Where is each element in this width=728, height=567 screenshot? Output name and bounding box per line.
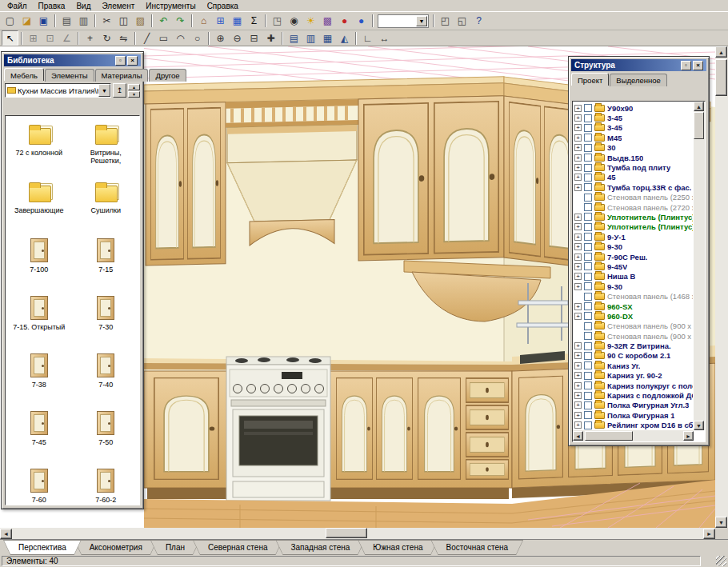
checkbox[interactable] bbox=[584, 421, 592, 429]
paint-red-button[interactable]: ● bbox=[336, 14, 353, 29]
zoom-window-button[interactable]: ⊟ bbox=[246, 30, 262, 46]
view-tab-1[interactable]: Перспектива bbox=[3, 540, 82, 555]
expand-icon[interactable]: + bbox=[574, 124, 582, 131]
help-button[interactable]: ? bbox=[470, 14, 487, 29]
chevron-down-icon[interactable]: ▼ bbox=[416, 16, 427, 26]
menu-item-4[interactable]: Элемент bbox=[96, 2, 140, 10]
close-icon[interactable]: × bbox=[693, 61, 703, 70]
line-tool-button[interactable]: ╱ bbox=[138, 30, 155, 46]
tree-horizontal-scrollbar[interactable]: ◄ ► bbox=[573, 430, 694, 441]
view-tab-5[interactable]: Западная стена bbox=[275, 540, 365, 555]
tree-item[interactable]: +9-32R Z Витрина. bbox=[574, 341, 693, 350]
checkbox[interactable] bbox=[584, 183, 592, 191]
rect-tool-button[interactable]: ▭ bbox=[155, 30, 172, 46]
minimize-icon[interactable]: ▫ bbox=[115, 56, 126, 66]
scroll-left-icon[interactable]: ◄ bbox=[0, 529, 12, 539]
tree-item[interactable]: +Полка Фигурная 1 bbox=[574, 410, 693, 420]
library-tab-1[interactable]: Мебель bbox=[4, 68, 44, 81]
expand-icon[interactable]: + bbox=[574, 342, 582, 349]
drawer[interactable] bbox=[466, 433, 509, 457]
structure-tab-1[interactable]: Проект bbox=[571, 73, 609, 86]
mirror-tool-button[interactable]: ⇋ bbox=[115, 30, 132, 46]
tree-item[interactable]: +9-45V bbox=[574, 262, 693, 271]
checkbox[interactable] bbox=[584, 104, 592, 112]
tree-item[interactable]: Стеновая панель (900 х 600 bbox=[574, 321, 693, 331]
scroll-right-icon[interactable]: ► bbox=[703, 529, 715, 539]
horizontal-scrollbar[interactable]: ◄ ► bbox=[0, 528, 715, 539]
library-item[interactable]: 7-15. Открытый bbox=[6, 292, 73, 349]
expand-icon[interactable]: + bbox=[574, 184, 582, 191]
view-tab-6[interactable]: Южная стена bbox=[358, 540, 438, 555]
library-item[interactable]: 7-100 bbox=[6, 234, 73, 292]
circle-tool-button[interactable]: ○ bbox=[189, 30, 206, 46]
scroll-down-icon[interactable]: ▼ bbox=[694, 421, 704, 430]
tree-item[interactable]: +М45 bbox=[574, 133, 693, 142]
vertical-scrollbar[interactable]: ▲ ▼ bbox=[715, 46, 728, 528]
checkbox[interactable] bbox=[584, 361, 592, 369]
checkbox[interactable] bbox=[584, 223, 592, 231]
library-item[interactable]: Завершающие bbox=[6, 177, 73, 234]
library-path-combo[interactable]: Кухни Массив Италия\Н ▼ bbox=[5, 83, 111, 98]
chevron-down-icon[interactable]: ▼ bbox=[98, 84, 110, 97]
view-mode-up-button[interactable]: ▲ bbox=[128, 84, 140, 90]
checkbox[interactable] bbox=[584, 253, 592, 261]
stove-drawer[interactable] bbox=[233, 481, 324, 497]
expand-icon[interactable]: + bbox=[574, 223, 582, 230]
expand-icon[interactable]: + bbox=[574, 105, 582, 112]
tree-item[interactable]: +Карниз уг. 90-2 bbox=[574, 371, 693, 381]
checkbox[interactable] bbox=[584, 114, 592, 122]
library-item[interactable]: 7-60-2 bbox=[73, 465, 140, 505]
minimize-icon[interactable]: ▫ bbox=[681, 61, 691, 70]
expand-icon[interactable]: + bbox=[574, 214, 582, 221]
print-button[interactable]: ▤ bbox=[58, 14, 75, 29]
expand-icon[interactable]: + bbox=[574, 134, 582, 142]
tree-item[interactable]: Стеновая панель (900 х 187 х bbox=[574, 331, 693, 341]
horizontal-scroll-track[interactable] bbox=[12, 528, 703, 539]
checkbox[interactable] bbox=[584, 411, 592, 419]
window-new-button[interactable]: ◰ bbox=[437, 14, 454, 29]
checkbox[interactable] bbox=[584, 213, 592, 221]
expand-icon[interactable]: + bbox=[574, 313, 582, 320]
library-item[interactable]: 7-60 bbox=[6, 465, 73, 505]
tree-item[interactable]: +90 С коробом 2.1 bbox=[574, 351, 693, 361]
menu-item-1[interactable]: Файл bbox=[2, 2, 33, 10]
expand-icon[interactable]: + bbox=[574, 412, 582, 419]
tree-vscroll-track[interactable] bbox=[694, 111, 705, 421]
expand-icon[interactable]: + bbox=[574, 263, 582, 270]
view-mode-down-button[interactable]: ▼ bbox=[128, 91, 140, 98]
expand-icon[interactable]: + bbox=[574, 273, 582, 280]
menu-item-5[interactable]: Инструменты bbox=[140, 2, 201, 10]
checkbox[interactable] bbox=[584, 401, 592, 409]
undo-button[interactable]: ↶ bbox=[155, 14, 172, 29]
light-button[interactable]: ☀ bbox=[302, 14, 319, 29]
snap-angle-button[interactable]: ∠ bbox=[58, 30, 75, 46]
scroll-right-icon[interactable]: ► bbox=[683, 431, 694, 441]
cut-button[interactable]: ✂ bbox=[98, 14, 115, 29]
expand-icon[interactable]: + bbox=[574, 114, 582, 122]
expand-icon[interactable]: + bbox=[574, 234, 582, 241]
tree-item[interactable]: +960-DX bbox=[574, 311, 693, 321]
checkbox[interactable] bbox=[584, 372, 592, 380]
resize-grip[interactable] bbox=[716, 556, 726, 566]
tree-item[interactable]: +Каниз Уг. bbox=[574, 361, 693, 370]
expand-icon[interactable]: + bbox=[574, 164, 582, 171]
expand-icon[interactable]: + bbox=[574, 372, 582, 379]
snap-grid-button[interactable]: ⊞ bbox=[25, 30, 42, 46]
drawer[interactable] bbox=[466, 405, 509, 429]
view-tab-7[interactable]: Восточная стена bbox=[430, 540, 523, 555]
drawer[interactable] bbox=[466, 460, 509, 479]
checkbox[interactable] bbox=[584, 352, 592, 360]
expand-icon[interactable]: + bbox=[574, 303, 582, 310]
tree-item[interactable]: +Выдв.150 bbox=[574, 153, 693, 162]
view-top-button[interactable]: ▤ bbox=[286, 30, 302, 46]
checkbox[interactable] bbox=[584, 332, 592, 340]
checkbox[interactable] bbox=[584, 124, 592, 132]
tree-item[interactable]: +Тумба торц.33R с фас. bbox=[574, 182, 693, 192]
checkbox[interactable] bbox=[584, 144, 592, 152]
expand-icon[interactable]: + bbox=[574, 392, 582, 399]
structure-title-bar[interactable]: Структура ▫ × bbox=[571, 59, 706, 71]
measure-button[interactable]: ∟ bbox=[359, 30, 376, 46]
checkbox[interactable] bbox=[584, 392, 592, 400]
open-folder-button[interactable]: ◪ bbox=[18, 14, 35, 29]
view-tab-2[interactable]: Аксонометрия bbox=[74, 540, 158, 555]
